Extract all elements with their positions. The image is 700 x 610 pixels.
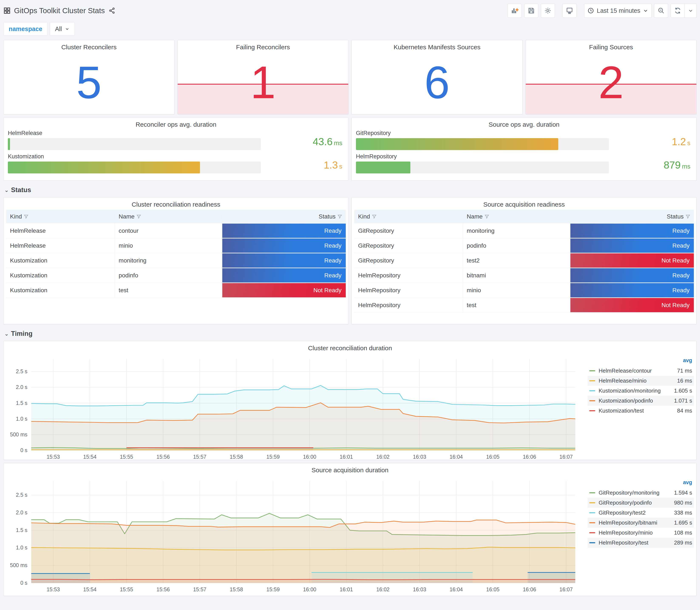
table-row: HelmRepositoryminioReady	[354, 283, 694, 298]
table-panel-source-readiness: Source acquisition readiness KindNameSta…	[352, 197, 697, 324]
column-header-status[interactable]: Status	[222, 213, 346, 220]
table-row: HelmReleasecontourReady	[6, 223, 346, 238]
chevron-down-icon: ⌄	[4, 187, 9, 193]
legend-series-color	[589, 410, 595, 411]
dashboard: GitOps Toolkit Cluster Stats	[0, 0, 700, 610]
dashboard-toolbar: Last 15 minutes	[508, 4, 697, 18]
gauge-panel-reconciler-ops: Reconciler ops avg. duration HelmRelease…	[3, 117, 348, 181]
legend-series-color	[589, 522, 595, 523]
refresh-button[interactable]	[671, 4, 685, 18]
gauge-rows: GitRepository1.2sHelmRepository879ms	[356, 130, 690, 177]
gauges-row: Reconciler ops avg. duration HelmRelease…	[3, 117, 697, 181]
cell-name: test2	[463, 253, 570, 268]
x-axis-tick-label: 16:03	[407, 454, 432, 460]
legend-item[interactable]: HelmRelease/contour71 ms	[588, 366, 694, 376]
y-axis-tick-label: 1.0 s	[4, 416, 28, 422]
filter-icon[interactable]	[337, 214, 342, 219]
panel-title[interactable]: Kubernetes Manifests Sources	[352, 40, 522, 51]
gauge-value: 879ms	[664, 159, 690, 171]
dashboard-header: GitOps Toolkit Cluster Stats	[3, 3, 697, 18]
cell-kind: Kustomization	[6, 283, 115, 298]
legend-item[interactable]: Kustomization/test84 ms	[588, 406, 694, 416]
refresh-interval-dropdown[interactable]	[685, 4, 697, 18]
chart-plot-area[interactable]	[31, 359, 575, 450]
x-axis-tick-label: 16:04	[443, 587, 469, 593]
save-dashboard-button[interactable]	[524, 4, 538, 18]
legend-item[interactable]: HelmRelease/minio16 ms	[588, 376, 694, 386]
stat-panel-failing-reconcilers: Failing Reconcilers 1	[177, 40, 348, 114]
table-header-row: KindNameStatus	[6, 210, 346, 223]
zoom-out-button[interactable]	[654, 4, 668, 18]
column-header-kind[interactable]: Kind	[354, 213, 463, 220]
legend-item[interactable]: GitRepository/podinfo980 ms	[588, 498, 694, 508]
x-axis-tick-label: 16:03	[407, 587, 432, 593]
x-axis-tick-label: 16:04	[443, 454, 469, 460]
gauge-value-unit: ms	[334, 140, 342, 146]
column-header-status[interactable]: Status	[570, 213, 694, 220]
legend-series-avg: 980 ms	[674, 499, 692, 506]
gauge-panel-source-ops: Source ops avg. duration GitRepository1.…	[352, 117, 697, 181]
column-header-name[interactable]: Name	[463, 213, 570, 220]
cell-name: minio	[463, 283, 570, 298]
legend-item[interactable]: GitRepository/monitoring1.594 s	[588, 488, 694, 498]
panel-title[interactable]: Source acquisition duration	[4, 463, 696, 474]
table-panel-cluster-readiness: Cluster reconciliation readiness KindNam…	[3, 197, 348, 324]
status-badge: Not Ready	[570, 253, 694, 268]
filter-icon[interactable]	[685, 214, 690, 219]
chart-plot-area[interactable]	[31, 481, 575, 583]
legend-item[interactable]: HelmRepository/minio108 ms	[588, 528, 694, 538]
panel-title[interactable]: Cluster reconciliation readiness	[4, 197, 348, 208]
gauge-label: HelmRepository	[356, 153, 690, 160]
panel-title[interactable]: Source ops avg. duration	[352, 117, 696, 128]
time-range-picker[interactable]: Last 15 minutes	[584, 4, 652, 18]
gauge-track	[8, 162, 261, 174]
panel-title[interactable]: Failing Sources	[526, 40, 696, 51]
legend-item[interactable]: HelmRepository/bitnami1.695 s	[588, 518, 694, 528]
x-axis-tick-label: 16:02	[370, 454, 396, 460]
gauge-value-unit: ms	[682, 163, 690, 170]
section-header-status[interactable]: ⌄ Status	[4, 186, 697, 194]
filter-icon[interactable]	[23, 214, 29, 219]
panel-title[interactable]: Cluster reconciliation duration	[4, 341, 696, 352]
column-header-name[interactable]: Name	[115, 213, 222, 220]
section-title: Status	[11, 186, 31, 194]
cell-name: test	[115, 283, 222, 298]
legend-series-avg: 16 ms	[677, 378, 692, 384]
legend-series-color	[589, 532, 595, 533]
filter-icon[interactable]	[372, 214, 377, 219]
namespace-variable-value[interactable]: All	[50, 22, 75, 36]
status-badge: Ready	[570, 224, 694, 238]
legend-item[interactable]: HelmRepository/test289 ms	[588, 538, 694, 548]
tv-mode-button[interactable]	[563, 4, 576, 18]
dashboard-settings-button[interactable]	[541, 4, 555, 18]
x-axis-tick-label: 16:00	[297, 454, 322, 460]
namespace-variable-label[interactable]: namespace	[3, 22, 48, 36]
cell-kind: GitRepository	[354, 238, 463, 253]
panel-title[interactable]: Source acquisition readiness	[352, 197, 696, 208]
legend-series-color	[589, 502, 595, 503]
column-header-kind[interactable]: Kind	[6, 213, 115, 220]
legend-item[interactable]: Kustomization/monitoring1.605 s	[588, 386, 694, 396]
status-badge: Ready	[222, 239, 346, 253]
legend-item[interactable]: GitRepository/test2338 ms	[588, 508, 694, 518]
legend-series-avg: 289 ms	[674, 540, 692, 546]
dashboards-grid-icon[interactable]	[3, 7, 11, 14]
legend-item[interactable]: Kustomization/podinfo1.071 s	[588, 396, 694, 406]
gauge-track	[356, 138, 609, 150]
gauge-row: GitRepository1.2s	[356, 130, 690, 153]
legend-avg-header[interactable]: avg	[588, 479, 694, 488]
gauge-rows: HelmRelease43.6msKustomization1.3s	[8, 130, 342, 177]
page-title: GitOps Toolkit Cluster Stats	[14, 6, 105, 15]
status-badge: Ready	[570, 239, 694, 253]
section-header-timing[interactable]: ⌄ Timing	[4, 330, 697, 338]
filter-icon[interactable]	[136, 214, 141, 219]
panel-title[interactable]: Failing Reconcilers	[178, 40, 348, 51]
filter-icon[interactable]	[484, 214, 489, 219]
panel-title[interactable]: Reconciler ops avg. duration	[4, 117, 348, 128]
legend-series-color	[589, 370, 595, 371]
add-panel-button[interactable]	[508, 4, 522, 18]
panel-title[interactable]: Cluster Reconcilers	[4, 40, 174, 51]
legend-avg-header[interactable]: avg	[588, 357, 694, 366]
x-axis-tick-label: 15:54	[77, 454, 103, 460]
share-icon[interactable]	[109, 7, 115, 14]
